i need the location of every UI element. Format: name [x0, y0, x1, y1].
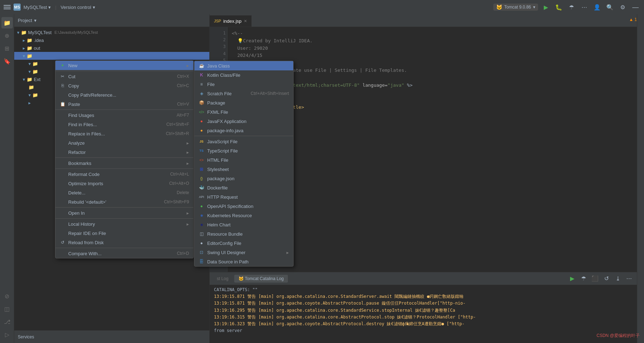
- submenu-k8s[interactable]: ⎈ Kubernetes Resource: [194, 211, 293, 220]
- menu-item-rebuild[interactable]: Rebuild '<default>' Ctrl+Shift+F9: [55, 197, 193, 207]
- menu-item-paste-label: Paste: [68, 102, 174, 107]
- log-debug-btn[interactable]: ☂: [579, 274, 589, 284]
- submenu-http-request[interactable]: API HTTP Request: [194, 192, 293, 202]
- menu-item-find-usages-label: Find Usages: [68, 113, 174, 118]
- hamburger-menu[interactable]: [4, 4, 11, 11]
- new-submenu: ☕ Java Class K Kotlin Class/File ≡ File …: [194, 61, 294, 267]
- submenu-kotlin-class[interactable]: K Kotlin Class/File: [194, 70, 293, 80]
- menu-item-copy[interactable]: ⎘ Copy Ctrl+C: [55, 81, 193, 90]
- menu-item-repair-ide[interactable]: Repair IDE on File: [55, 229, 193, 238]
- menu-item-replace-files[interactable]: Replace in Files... Ctrl+Shift+R: [55, 129, 193, 138]
- user-button[interactable]: 👤: [592, 2, 602, 12]
- sidebar-bookmarks-icon[interactable]: 🔖: [1, 55, 13, 67]
- submenu-package[interactable]: 📦 Package: [194, 98, 293, 107]
- optimize-icon: [60, 181, 65, 186]
- tomcat-selector[interactable]: 🐱 Tomcat 9.0.86 ▾: [493, 4, 538, 11]
- submenu-kotlin-class-label: Kotlin Class/File: [207, 73, 240, 78]
- submenu-ts-file[interactable]: TS TypeScript File: [194, 146, 293, 155]
- separator: |: [55, 5, 56, 10]
- menu-item-compare-with[interactable]: Compare With... Ctrl+D: [55, 249, 193, 258]
- sidebar-commit-icon[interactable]: ⊕: [1, 30, 13, 41]
- menu-item-optimize-label: Optimize Imports: [68, 181, 166, 186]
- tree-item-idea-label: .idea: [34, 38, 44, 43]
- submenu-dockerfile-label: Dockerfile: [207, 185, 228, 191]
- submenu-editorconfig[interactable]: ● EditorConfig File: [194, 239, 293, 248]
- menu-item-find-usages[interactable]: Find Usages Alt+F7: [55, 111, 193, 120]
- tree-item-out[interactable]: ▸ 📁 out: [14, 44, 209, 52]
- project-name-btn[interactable]: MySQLTest ▾: [23, 5, 51, 10]
- search-button[interactable]: 🔍: [605, 2, 615, 12]
- menu-item-copy-path[interactable]: Copy Path/Reference...: [55, 90, 193, 100]
- menu-item-refactor-label: Refactor: [68, 150, 181, 155]
- sidebar-git-icon[interactable]: ⎇: [1, 316, 13, 327]
- menu-item-bookmarks[interactable]: Bookmarks ▸: [55, 159, 193, 168]
- more-options-button[interactable]: ⋯: [579, 2, 589, 12]
- submenu-scratch-file[interactable]: ◈ Scratch File Ctrl+Alt+Shift+Insert: [194, 89, 293, 98]
- menu-item-reformat[interactable]: Reformat Code Ctrl+Alt+L: [55, 170, 193, 179]
- menu-item-refactor[interactable]: Refactor ▸: [55, 148, 193, 157]
- local-history-submenu-arrow: ▸: [187, 221, 189, 227]
- submenu-stylesheet-label: Stylesheet: [207, 167, 229, 172]
- menu-item-find-files[interactable]: Find in Files... Ctrl+Shift+F: [55, 120, 193, 129]
- run-button[interactable]: ▶: [541, 2, 551, 12]
- sidebar-run-icon[interactable]: ▷: [1, 329, 13, 340]
- sidebar-structure-icon[interactable]: ⊞: [1, 43, 13, 54]
- tree-item-root[interactable]: ▾ 📁 MySQLTest E:\Javastudy\MySQLTest: [14, 28, 209, 36]
- menu-item-new[interactable]: ✦ New ▸: [55, 61, 193, 70]
- submenu-java-class[interactable]: ☕ Java Class: [194, 61, 293, 70]
- tab-tomcat-log[interactable]: 🐱 Tomcat Catalina Log: [234, 275, 288, 283]
- submenu-stylesheet[interactable]: ⊞ Stylesheet: [194, 165, 293, 174]
- tab-close-btn[interactable]: ✕: [244, 19, 247, 23]
- settings-button[interactable]: ⚙: [618, 2, 628, 12]
- submenu-swing[interactable]: ⊡ Swing UI Designer ▸: [194, 248, 293, 257]
- submenu-js-file[interactable]: JS JavaScript File: [194, 137, 293, 146]
- menu-item-delete[interactable]: Delete... Delete: [55, 188, 193, 197]
- log-stop-btn[interactable]: ⬛: [590, 274, 600, 284]
- tree-item-selected[interactable]: ▾ 📁: [14, 52, 209, 60]
- title-bar-right: 👤 🔍 ⚙ —: [592, 2, 640, 12]
- menu-sep-5: [55, 207, 193, 208]
- menu-item-analyze[interactable]: Analyze ▸: [55, 138, 193, 148]
- submenu-javafx[interactable]: ● JavaFX Application: [194, 117, 293, 126]
- submenu-pkg-json[interactable]: {} package.json: [194, 174, 293, 183]
- submenu-dockerfile[interactable]: 🐳 Dockerfile: [194, 183, 293, 192]
- submenu-pkg-info[interactable]: ● package-info.java: [194, 126, 293, 135]
- version-control-btn[interactable]: Version control ▾: [61, 5, 95, 10]
- submenu-openapi[interactable]: ● OpenAPI Specification: [194, 202, 293, 211]
- submenu-html-file[interactable]: <> HTML File: [194, 155, 293, 165]
- debug-button[interactable]: 🐛: [554, 2, 564, 12]
- replace-files-shortcut: Ctrl+Shift+R: [166, 131, 189, 136]
- menu-item-optimize[interactable]: Optimize Imports Ctrl+Alt+O: [55, 179, 193, 188]
- folder-icon-sub1: 📁: [32, 61, 38, 66]
- coverage-button[interactable]: ☂: [567, 2, 576, 12]
- submenu-datasource-label: Data Source in Path: [207, 259, 248, 264]
- menu-item-paste[interactable]: 📋 Paste Ctrl+V: [55, 100, 193, 109]
- menu-item-reload-label: Reload from Disk: [68, 240, 189, 245]
- log-more-btn[interactable]: ⋯: [624, 274, 634, 284]
- submenu-helm[interactable]: ⎈ Helm Chart: [194, 220, 293, 229]
- scratch-icon: ◈: [199, 91, 204, 96]
- swing-submenu-arrow: ▸: [286, 250, 289, 255]
- menu-item-local-history[interactable]: Local History ▸: [55, 219, 193, 229]
- sidebar-problems-icon[interactable]: ◫: [1, 303, 13, 315]
- submenu-datasource[interactable]: 🗄 Data Source in Path: [194, 257, 293, 266]
- minimize-button[interactable]: —: [630, 2, 640, 12]
- menu-item-reload[interactable]: ↺ Reload from Disk: [55, 238, 193, 247]
- tab-catalina-log-partial[interactable]: st Log: [213, 275, 233, 283]
- menu-item-cut[interactable]: ✂ Cut Ctrl+X: [55, 72, 193, 81]
- javafx-icon: ●: [199, 118, 204, 124]
- submenu-resource[interactable]: ◫ Resource Bundle: [194, 229, 293, 239]
- tab-index-jsp[interactable]: JSP index.jsp ✕ ▲ 1: [210, 15, 252, 27]
- folder-arrow-ext-sub3: ▸: [28, 100, 31, 106]
- log-reload-btn[interactable]: ↺: [601, 274, 611, 284]
- log-scroll-btn[interactable]: ⤓: [613, 274, 623, 284]
- sidebar-notifications-icon[interactable]: ⊘: [1, 290, 13, 302]
- submenu-java-class-label: Java Class: [207, 63, 230, 69]
- menu-item-open-in[interactable]: Open In ▸: [55, 208, 193, 218]
- tree-item-idea[interactable]: ▸ 📁 .idea: [14, 36, 209, 44]
- sidebar-project-icon[interactable]: 📁: [1, 17, 13, 28]
- tomcat-icon: 🐱: [496, 4, 502, 10]
- submenu-fxml[interactable]: </> FXML File: [194, 107, 293, 117]
- submenu-file[interactable]: ≡ File: [194, 80, 293, 89]
- log-run-btn[interactable]: ▶: [567, 274, 577, 284]
